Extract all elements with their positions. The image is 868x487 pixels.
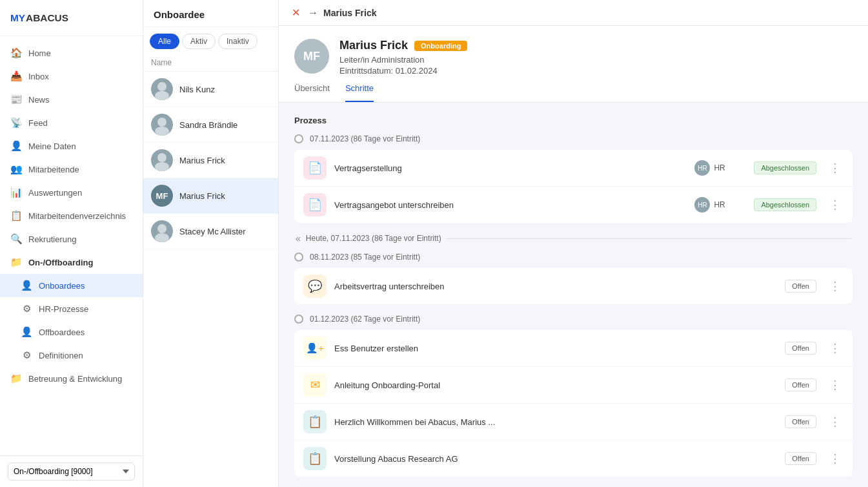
timeline: 07.11.2023 (86 Tage vor Eintritt) 📄 Vert…	[294, 134, 853, 477]
folder2-icon: 📁	[10, 373, 22, 384]
svg-point-6	[157, 153, 167, 162]
task-icon-user-add: 👤+	[303, 337, 327, 360]
person-out-icon: 👤	[21, 326, 32, 338]
svg-point-7	[155, 162, 169, 171]
timeline-date-row: 07.11.2023 (86 Tage vor Eintritt)	[294, 134, 853, 143]
svg-point-4	[157, 118, 167, 127]
timeline-item: 📄 Vertragsangebot unterschreiben HR HR A…	[294, 187, 853, 223]
sidebar: MY ABACUS 🏠 Home 📥 Inbox 📰 News 📡 Feed 👤…	[0, 0, 143, 487]
sidebar-item-hr-prozesse[interactable]: ⚙ HR-Prozesse	[0, 297, 143, 320]
close-button[interactable]: ✕	[292, 6, 300, 19]
sidebar-item-mitarbeiterverzeichnis[interactable]: 📋 Mitarbeitendenverzeichnis	[0, 204, 143, 227]
context-select[interactable]: On-/Offboarding [9000]	[8, 462, 135, 481]
more-options-button[interactable]: ⋮	[827, 196, 843, 213]
sidebar-item-mitarbeitende[interactable]: 👥 Mitarbeitende	[0, 158, 143, 181]
timeline-items: 📄 Vertragserstellung HR HR Abgeschlossen…	[294, 150, 853, 223]
sidebar-item-label: Offboardees	[39, 327, 85, 337]
task-icon-chat: 💬	[303, 275, 327, 298]
timeline-group: 01.12.2023 (62 Tage vor Eintritt) 👤+ Ess…	[294, 315, 853, 477]
task-name: Herzlich Willkommen bei Abacus, Marius .…	[334, 417, 777, 427]
tab-ubersicht[interactable]: Übersicht	[294, 76, 330, 102]
sidebar-item-onboardees[interactable]: 👤 Onboardees	[0, 274, 143, 297]
avatar	[151, 220, 173, 242]
sidebar-item-feed[interactable]: 📡 Feed	[0, 111, 143, 134]
timeline-group: 08.11.2023 (85 Tage vor Eintritt) 💬 Arbe…	[294, 253, 853, 304]
sidebar-item-offboardees[interactable]: 👤 Offboardees	[0, 320, 143, 344]
profile-role: Leiter/in Administration	[339, 55, 853, 65]
profile-avatar: MF	[294, 39, 329, 74]
navigate-arrow[interactable]: →	[308, 7, 318, 19]
sidebar-item-home[interactable]: 🏠 Home	[0, 41, 143, 65]
timeline-date-row: 08.11.2023 (85 Tage vor Eintritt)	[294, 253, 853, 262]
person-list: Nils Kunz Sandra Brändle Marius Frick MF…	[143, 72, 278, 487]
sidebar-item-on-offboarding[interactable]: 📁 On-/Offboarding	[0, 251, 143, 274]
prozess-section: Prozess 07.11.2023 (86 Tage vor Eintritt…	[279, 103, 868, 487]
timeline-item: 📋 Herzlich Willkommen bei Abacus, Marius…	[294, 404, 853, 440]
sidebar-item-label: Feed	[28, 118, 48, 128]
profile-name-row: Marius Frick Onboarding	[339, 39, 853, 52]
sidebar-item-label: Home	[28, 48, 51, 58]
avatar	[151, 114, 173, 136]
list-panel: Onboardee Alle Aktiv Inaktiv Name Nils K…	[143, 0, 279, 487]
task-name: Anleitung Onboarding-Portal	[334, 380, 777, 390]
list-item[interactable]: Stacey Mc Allister	[143, 214, 278, 249]
timeline-dot	[294, 315, 303, 324]
task-icon-mail: ✉	[303, 373, 327, 397]
sidebar-item-label: On-/Offboarding	[28, 258, 93, 267]
settings-icon: ⚙	[21, 349, 32, 361]
status-badge: Offen	[785, 415, 816, 428]
task-assignee: HR HR	[694, 160, 746, 176]
app-logo: MY ABACUS	[0, 0, 143, 36]
list-item-active[interactable]: MF Marius Frick	[143, 178, 278, 214]
filter-tabs: Alle Aktiv Inaktiv	[143, 27, 278, 54]
home-icon: 🏠	[10, 47, 22, 59]
prozess-label: Prozess	[294, 116, 853, 125]
sidebar-item-meine-daten[interactable]: 👤 Meine Daten	[0, 134, 143, 158]
status-badge: Abgeschlossen	[754, 161, 816, 174]
avatar: MF	[151, 185, 173, 207]
assignee-label: HR	[714, 200, 725, 209]
svg-text:MY: MY	[10, 12, 26, 23]
onboarding-badge: Onboarding	[414, 41, 467, 51]
sidebar-item-auswertungen[interactable]: 📊 Auswertungen	[0, 181, 143, 204]
person-name: Marius Frick	[179, 156, 225, 165]
sidebar-item-label: Mitarbeitendenverzeichnis	[28, 211, 126, 221]
list-panel-title: Onboardee	[143, 0, 278, 27]
tab-schritte[interactable]: Schritte	[345, 76, 374, 102]
more-options-button[interactable]: ⋮	[827, 340, 843, 357]
assignee-label: HR	[714, 163, 725, 172]
more-options-button[interactable]: ⋮	[827, 278, 843, 295]
filter-tab-alle[interactable]: Alle	[150, 34, 179, 49]
task-name: Vorstellung Abacus Research AG	[334, 454, 777, 464]
feed-icon: 📡	[10, 117, 22, 129]
more-options-button[interactable]: ⋮	[827, 413, 843, 430]
more-options-button[interactable]: ⋮	[827, 377, 843, 393]
entry-label: Eintrittsdatum:	[339, 66, 393, 76]
more-options-button[interactable]: ⋮	[827, 450, 843, 467]
task-icon-document: 📄	[303, 156, 327, 180]
sidebar-item-label: Meine Daten	[28, 141, 76, 151]
person-name: Marius Frick	[179, 191, 225, 201]
list-item[interactable]: Marius Frick	[143, 143, 278, 178]
timeline-item: 📄 Vertragserstellung HR HR Abgeschlossen…	[294, 150, 853, 187]
today-label: Heute, 07.11.2023 (86 Tage vor Eintritt)	[306, 234, 441, 243]
filter-tab-inaktiv[interactable]: Inaktiv	[218, 34, 257, 49]
sidebar-footer: On-/Offboarding [9000]	[0, 455, 143, 487]
chart-icon: 📊	[10, 187, 22, 198]
list-item[interactable]: Nils Kunz	[143, 72, 278, 107]
sidebar-item-inbox[interactable]: 📥 Inbox	[0, 65, 143, 88]
sidebar-item-definitionen[interactable]: ⚙ Definitionen	[0, 344, 143, 367]
status-badge: Abgeschlossen	[754, 198, 816, 211]
list-column-header: Name	[143, 54, 278, 72]
sidebar-item-rekrutierung[interactable]: 🔍 Rekrutierung	[0, 227, 143, 251]
sidebar-item-label: Onboardees	[39, 281, 85, 291]
sidebar-item-label: Definitionen	[39, 351, 83, 360]
sidebar-item-betreuung[interactable]: 📁 Betreuung & Entwicklung	[0, 367, 143, 390]
detail-panel: ✕ → Marius Frick MF Marius Frick Onboard…	[279, 0, 868, 487]
filter-tab-aktiv[interactable]: Aktiv	[182, 34, 216, 49]
list-item[interactable]: Sandra Brändle	[143, 107, 278, 143]
sidebar-item-news[interactable]: 📰 News	[0, 88, 143, 111]
status-badge: Offen	[785, 452, 816, 465]
more-options-button[interactable]: ⋮	[827, 160, 843, 176]
svg-point-9	[155, 233, 169, 242]
